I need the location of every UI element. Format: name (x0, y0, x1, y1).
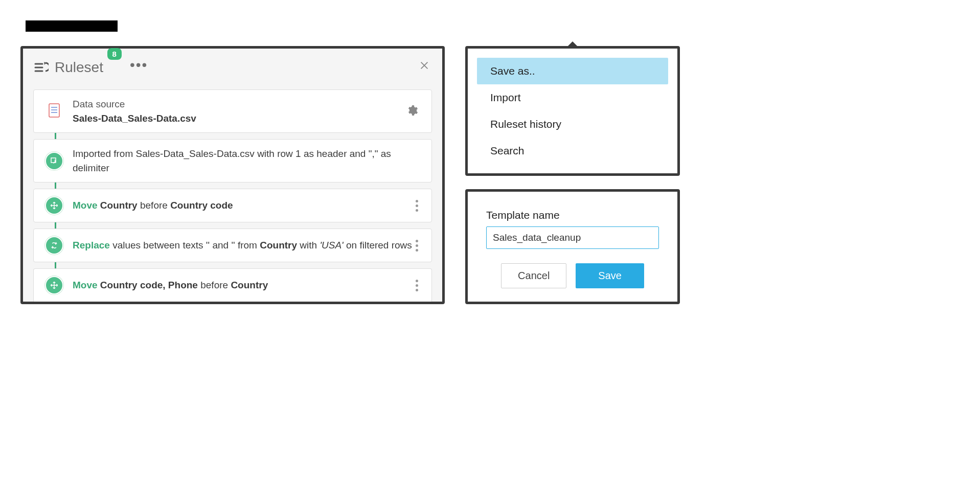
menu-ruleset-history[interactable]: Ruleset history (477, 111, 668, 138)
replace-icon (45, 236, 63, 255)
step-more-button[interactable] (413, 237, 421, 255)
ruleset-panel: Ruleset 8 ••• (20, 46, 445, 304)
ruleset-step-import[interactable]: Imported from Sales-Data_Sales-Data.csv … (33, 139, 432, 183)
step-more-button[interactable] (413, 277, 421, 294)
vertical-more-icon (416, 280, 418, 291)
data-source-card[interactable]: Data source Sales-Data_Sales-Data.csv (33, 89, 432, 133)
settings-button[interactable] (403, 101, 421, 122)
step-more-button[interactable] (413, 197, 421, 215)
import-icon (45, 152, 63, 170)
more-menu-button[interactable]: ••• (130, 58, 148, 77)
svg-rect-0 (49, 104, 59, 117)
menu-import[interactable]: Import (477, 84, 668, 111)
file-icon (48, 103, 60, 120)
cancel-button[interactable]: Cancel (501, 263, 566, 288)
move-step-text: Move Country before Country code (73, 198, 413, 213)
save-button[interactable]: Save (576, 263, 644, 288)
ruleset-header: Ruleset 8 ••• (33, 58, 432, 77)
move-icon (45, 196, 63, 215)
replace-step-text: Replace values between texts '' and '' f… (73, 238, 413, 253)
data-source-filename: Sales-Data_Sales-Data.csv (73, 111, 403, 126)
save-template-dialog: Template name Cancel Save (465, 189, 680, 304)
vertical-more-icon (416, 240, 418, 252)
move-step-text: Move Country code, Phone before Country (73, 278, 413, 292)
redacted-bar (26, 20, 118, 32)
data-source-label: Data source (73, 97, 403, 111)
close-button[interactable] (419, 60, 430, 73)
ruleset-title: Ruleset 8 (55, 59, 103, 76)
ruleset-step-replace[interactable]: Replace values between texts '' and '' f… (33, 229, 432, 262)
ruleset-step-move[interactable]: Move Country before Country code (33, 189, 432, 222)
template-name-label: Template name (486, 209, 659, 221)
menu-search[interactable]: Search (477, 138, 668, 164)
template-name-input[interactable] (486, 226, 659, 249)
move-icon (45, 276, 63, 294)
vertical-more-icon (416, 200, 418, 212)
menu-save-as[interactable]: Save as.. (477, 58, 668, 84)
context-menu: Save as.. Import Ruleset history Search (465, 46, 680, 176)
ruleset-step-move[interactable]: Move Country code, Phone before Country (33, 268, 432, 302)
import-step-text: Imported from Sales-Data_Sales-Data.csv … (73, 147, 421, 175)
ruleset-count-badge: 8 (107, 48, 122, 60)
ruleset-icon (33, 60, 49, 75)
